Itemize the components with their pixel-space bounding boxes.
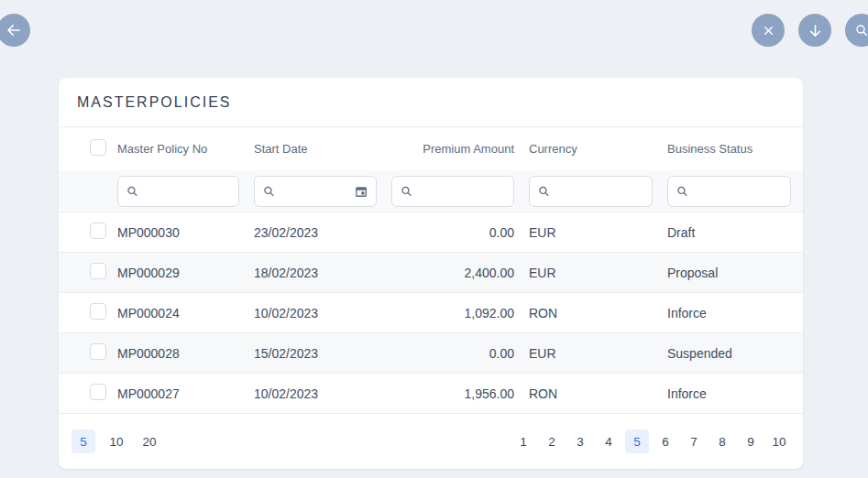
cell-policy-no: MP000029: [117, 266, 254, 280]
cell-currency: RON: [529, 386, 667, 401]
table-row[interactable]: MP000024 10/02/2023 1,092.00 RON Inforce: [59, 293, 803, 333]
cell-currency: EUR: [529, 266, 667, 280]
page-5[interactable]: 5: [625, 429, 649, 453]
page-2[interactable]: 2: [540, 429, 564, 453]
search-icon: [263, 185, 275, 197]
search-icon: [126, 185, 138, 197]
page-9[interactable]: 9: [739, 429, 763, 453]
page-3[interactable]: 3: [568, 429, 592, 453]
page-size-20[interactable]: 20: [137, 429, 161, 453]
row-checkbox[interactable]: [90, 384, 106, 400]
cell-start-date: 10/02/2023: [254, 306, 391, 320]
page-10[interactable]: 10: [767, 429, 791, 453]
page-size-5[interactable]: 5: [71, 429, 95, 453]
page-4[interactable]: 4: [597, 429, 621, 453]
row-checkbox[interactable]: [90, 343, 106, 360]
cell-currency: RON: [529, 306, 667, 320]
search-icon: [538, 185, 550, 197]
page-6[interactable]: 6: [654, 429, 677, 453]
page-size-10[interactable]: 10: [104, 429, 128, 453]
search-icon: [401, 185, 412, 197]
col-header-premium-amount: Premium Amount: [391, 142, 529, 156]
page-title: MASTERPOLICIES: [77, 94, 231, 111]
col-header-currency: Currency: [529, 142, 667, 156]
cell-currency: EUR: [529, 346, 667, 361]
cell-policy-no: MP000028: [117, 346, 254, 361]
select-all-checkbox[interactable]: [90, 139, 106, 156]
cell-policy-no: MP000027: [117, 386, 254, 401]
cell-premium: 1,092.00: [391, 306, 529, 320]
cell-status: Suspended: [667, 346, 791, 361]
cell-premium: 1,956.00: [391, 386, 529, 401]
search-icon: [676, 185, 688, 197]
page-8[interactable]: 8: [710, 429, 734, 453]
col-header-start-date: Start Date: [254, 142, 391, 156]
pagination: 1 2 3 4 5 6 7 8 9 10: [511, 429, 791, 453]
cell-status: Inforce: [667, 306, 791, 320]
row-checkbox[interactable]: [90, 303, 106, 320]
table-filter-row: [59, 170, 803, 212]
row-checkbox[interactable]: [90, 263, 106, 279]
arrow-left-icon: [5, 22, 22, 38]
cell-premium: 2,400.00: [391, 266, 529, 280]
cell-policy-no: MP000030: [117, 225, 254, 240]
page-1[interactable]: 1: [511, 429, 535, 453]
arrow-down-icon: [808, 23, 823, 38]
close-button[interactable]: [752, 14, 785, 47]
table-row[interactable]: MP000030 23/02/2023 0.00 EUR Draft: [59, 212, 803, 253]
card-title-bar: MASTERPOLICIES: [59, 78, 803, 127]
table-row[interactable]: MP000029 18/02/2023 2,400.00 EUR Proposa…: [59, 253, 803, 293]
download-button[interactable]: [798, 14, 831, 47]
masterpolicies-card: MASTERPOLICIES Master Policy No Start Da…: [59, 78, 803, 469]
table-row[interactable]: MP000028 15/02/2023 0.00 EUR Suspended: [59, 333, 803, 374]
page-7[interactable]: 7: [682, 429, 706, 453]
cell-policy-no: MP000024: [117, 306, 254, 320]
calendar-icon[interactable]: [355, 185, 368, 198]
back-button[interactable]: [0, 14, 30, 47]
cell-status: Inforce: [667, 386, 791, 401]
header-checkbox-cell: [77, 139, 117, 159]
search-icon: [854, 23, 868, 38]
cell-currency: EUR: [529, 225, 667, 240]
row-checkbox[interactable]: [90, 223, 106, 239]
close-icon: [763, 25, 775, 37]
table-header-row: Master Policy No Start Date Premium Amou…: [59, 127, 803, 170]
col-header-business-status: Business Status: [667, 142, 791, 156]
col-header-master-policy-no: Master Policy No: [117, 142, 254, 156]
search-button[interactable]: [845, 14, 868, 47]
cell-start-date: 15/02/2023: [254, 346, 391, 361]
cell-start-date: 23/02/2023: [254, 225, 391, 240]
cell-status: Proposal: [667, 266, 791, 280]
cell-status: Draft: [667, 225, 791, 240]
page-size-selector: 5 10 20: [71, 429, 161, 453]
cell-start-date: 18/02/2023: [254, 266, 391, 280]
cell-start-date: 10/02/2023: [254, 386, 391, 401]
cell-premium: 0.00: [391, 346, 529, 361]
table-row[interactable]: MP000027 10/02/2023 1,956.00 RON Inforce: [59, 374, 803, 414]
table-footer: 5 10 20 1 2 3 4 5 6 7 8 9 10: [59, 414, 803, 469]
cell-premium: 0.00: [391, 225, 529, 240]
